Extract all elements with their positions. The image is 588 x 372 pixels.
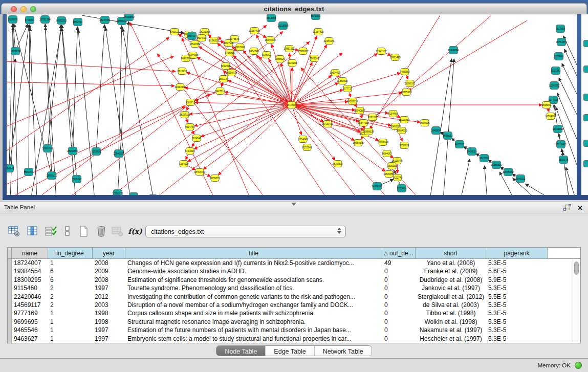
table-row[interactable]: 911546021997Tourette syndrome. Phenomeno… (8, 284, 580, 292)
cell-name[interactable]: 9699695 (12, 318, 48, 326)
cell-year[interactable]: 2009 (93, 267, 125, 275)
cell-year[interactable]: 1997 (93, 284, 125, 292)
graph-edge[interactable] (123, 29, 154, 195)
cell-pagerank[interactable]: 5.3E-5 (486, 259, 548, 267)
cell-short[interactable]: Tibbo et al. (1998) (416, 309, 486, 317)
graph-edge[interactable] (7, 61, 176, 71)
cell-title[interactable]: Embryonic stem cells: a model to study s… (125, 335, 382, 343)
select-rows-icon[interactable] (44, 225, 58, 238)
graph-node-partial[interactable] (583, 65, 588, 73)
graph-edge[interactable] (562, 63, 577, 107)
cell-in_degree[interactable]: 1 (48, 309, 93, 317)
graph-node-partial[interactable] (583, 114, 588, 121)
cell-in_degree[interactable]: 1 (48, 326, 93, 334)
cell-in_degree[interactable]: 2 (48, 301, 93, 309)
graph-edge[interactable] (485, 166, 487, 195)
column-header-out_degree[interactable]: △out_de... (382, 248, 416, 259)
cell-short[interactable]: de Silva et al. (2003) (416, 301, 486, 309)
graph-node[interactable] (149, 195, 158, 195)
graph-edge[interactable] (7, 82, 175, 86)
cell-out_degree[interactable]: 49 (382, 259, 416, 267)
cell-in_degree[interactable]: 2 (48, 293, 93, 301)
cell-name[interactable]: 19384554 (12, 267, 48, 275)
column-header-short[interactable]: short (416, 248, 486, 259)
graph-edge[interactable] (292, 68, 292, 105)
graph-edge[interactable] (188, 105, 292, 162)
cell-title[interactable]: Estimation of the future numbers of pati… (125, 326, 382, 334)
cell-in_degree[interactable]: 1 (48, 335, 93, 343)
table-row[interactable]: 946554611997Estimation of the future num… (8, 326, 580, 334)
tab-edge-table[interactable]: Edge Table (266, 346, 314, 356)
graph-edge[interactable] (7, 94, 211, 184)
graph-edge[interactable] (194, 105, 292, 149)
graph-edge[interactable] (197, 57, 292, 105)
cell-name[interactable]: 14569117 (12, 301, 48, 309)
memory-status-icon[interactable] (575, 362, 582, 369)
cell-short[interactable]: Nakamura et al. (1997) (416, 326, 486, 334)
graph-edge[interactable] (201, 105, 292, 137)
cell-in_degree[interactable]: 6 (48, 276, 93, 284)
cell-title[interactable]: Disruption of a novel member of a sodium… (125, 301, 382, 309)
cell-title[interactable]: Tourette syndrome. Phenomenology and cla… (125, 284, 382, 292)
column-header-in_degree[interactable]: in_degree (48, 248, 93, 259)
table-row[interactable]: 977716911998Corpus callosum shape and si… (8, 309, 580, 317)
cell-year[interactable]: 1997 (93, 326, 125, 334)
cell-name[interactable]: 9115460 (12, 284, 48, 292)
row-height-icon[interactable] (60, 225, 75, 238)
cell-name[interactable]: 18724007 (12, 259, 48, 267)
cell-year[interactable]: 2012 (93, 293, 125, 301)
cell-in_degree[interactable]: 1 (48, 259, 93, 267)
network-select-dropdown[interactable]: citations_edges.txt (145, 226, 346, 237)
graph-edge[interactable] (328, 124, 364, 130)
cell-title[interactable]: Genome-wide association studies in ADHD. (125, 267, 382, 275)
cell-out_degree[interactable]: 0 (382, 284, 416, 292)
vertical-scrollbar[interactable] (573, 259, 579, 342)
graph-edge[interactable] (29, 25, 30, 172)
window-titlebar[interactable]: citations_edges.txt (1, 3, 587, 14)
graph-edge[interactable] (292, 54, 377, 105)
cell-pagerank[interactable]: 5.9E-5 (486, 276, 548, 284)
cell-out_degree[interactable]: 0 (382, 318, 416, 326)
cell-short[interactable]: Jankovic et al. (1997) (416, 284, 486, 292)
cell-in_degree[interactable]: 1 (48, 318, 93, 326)
cell-pagerank[interactable]: 5.3E-5 (486, 301, 548, 309)
graph-edge[interactable] (461, 159, 470, 195)
cell-pagerank[interactable]: 5.3E-5 (486, 284, 548, 292)
cell-out_degree[interactable]: 0 (382, 326, 416, 334)
graph-edge[interactable] (73, 27, 78, 151)
cell-name[interactable]: 9465546 (12, 326, 48, 334)
cell-out_degree[interactable]: 0 (382, 276, 416, 284)
cell-title[interactable]: Changes of HCN gene expression and I(f) … (125, 259, 382, 267)
splitter-caret-icon[interactable] (291, 203, 296, 206)
graph-edge[interactable] (7, 56, 174, 128)
table-row[interactable]: 969969511998Structural magnetic resonanc… (8, 318, 580, 326)
cell-year[interactable]: 1998 (93, 309, 125, 317)
network-canvas[interactable]: 1872400789601238912955182260589827503165… (7, 14, 577, 195)
table-settings-icon[interactable] (7, 225, 21, 238)
graph-edge[interactable] (272, 45, 292, 105)
graph-edge[interactable] (78, 30, 95, 195)
cell-year[interactable]: 1998 (93, 318, 125, 326)
graph-edge[interactable] (118, 21, 128, 193)
table-row[interactable]: 1456911722003Disruption of a novel membe… (8, 301, 580, 309)
cell-short[interactable]: Franke et al. (2009) (416, 267, 486, 275)
cell-year[interactable]: 2008 (93, 276, 125, 284)
cell-title[interactable]: Investigating the contribution of common… (125, 293, 382, 301)
cell-pagerank[interactable]: 5.5E-5 (486, 293, 548, 301)
cell-pagerank[interactable]: 5.6E-5 (486, 267, 548, 275)
graph-node[interactable] (129, 193, 138, 195)
scrollbar-thumb[interactable] (574, 261, 579, 275)
cell-short[interactable]: Dudbridge et al. (2008) (416, 276, 486, 284)
graph-edge[interactable] (107, 42, 310, 195)
table-row[interactable]: 1872400712008Changes of HCN gene express… (8, 259, 580, 267)
cell-in_degree[interactable]: 6 (48, 267, 93, 275)
tab-network-table[interactable]: Network Table (315, 346, 372, 356)
graph-edge[interactable] (564, 49, 577, 92)
graph-node-partial[interactable] (583, 160, 588, 167)
close-panel-icon[interactable]: ✕ (577, 205, 583, 212)
graph-edge[interactable] (157, 54, 266, 195)
cell-year[interactable]: 1997 (93, 335, 125, 343)
cell-short[interactable]: Wolkin et al. (1998) (416, 318, 486, 326)
graph-node-partial[interactable] (583, 40, 588, 47)
graph-edge[interactable] (292, 105, 388, 113)
